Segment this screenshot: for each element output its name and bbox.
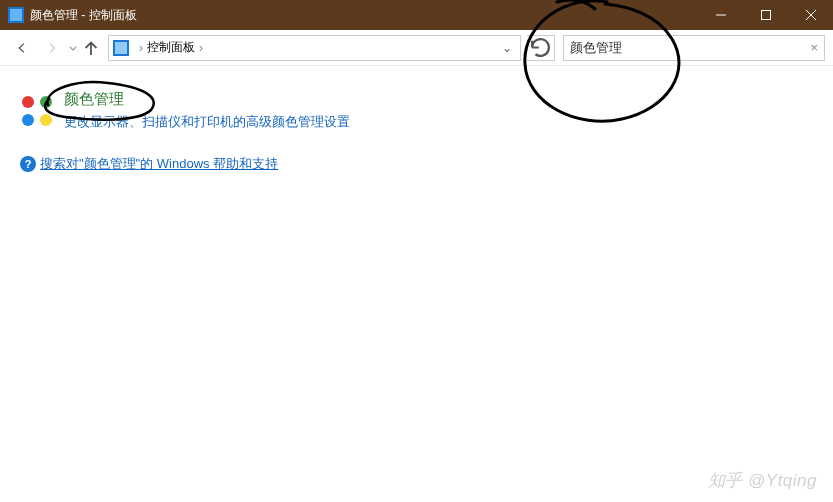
- forward-button[interactable]: [38, 34, 66, 62]
- result-item: 颜色管理 更改显示器、扫描仪和打印机的高级颜色管理设置: [20, 90, 813, 131]
- navigation-bar: › 控制面板 › ⌄ 颜色管理 ×: [0, 30, 833, 66]
- result-title-link[interactable]: 颜色管理: [64, 90, 350, 109]
- search-input[interactable]: 颜色管理: [570, 39, 810, 57]
- close-button[interactable]: [788, 0, 833, 30]
- history-dropdown-icon[interactable]: [68, 34, 78, 62]
- maximize-button[interactable]: [743, 0, 788, 30]
- window-title: 颜色管理 - 控制面板: [30, 7, 137, 24]
- address-bar[interactable]: › 控制面板 › ⌄: [108, 35, 521, 61]
- search-box[interactable]: 颜色管理 ×: [563, 35, 825, 61]
- help-row: ? 搜索对"颜色管理"的 Windows 帮助和支持: [20, 155, 813, 173]
- help-icon: ?: [20, 156, 36, 172]
- title-bar: 颜色管理 - 控制面板: [0, 0, 833, 30]
- svg-rect-0: [761, 11, 770, 20]
- content-area: 颜色管理 更改显示器、扫描仪和打印机的高级颜色管理设置 ? 搜索对"颜色管理"的…: [0, 66, 833, 197]
- breadcrumb-sep: ›: [199, 41, 203, 55]
- clear-search-icon[interactable]: ×: [810, 40, 818, 55]
- watermark: 知乎 @Ytqing: [708, 469, 817, 492]
- up-button[interactable]: [80, 34, 102, 62]
- result-description-link[interactable]: 更改显示器、扫描仪和打印机的高级颜色管理设置: [64, 113, 350, 131]
- refresh-button[interactable]: [527, 35, 555, 61]
- breadcrumb-sep: ›: [139, 41, 143, 55]
- color-management-icon: [20, 94, 54, 128]
- minimize-button[interactable]: [698, 0, 743, 30]
- address-dropdown-icon[interactable]: ⌄: [498, 41, 516, 55]
- help-link[interactable]: 搜索对"颜色管理"的 Windows 帮助和支持: [40, 155, 278, 173]
- control-panel-icon: [113, 40, 129, 56]
- breadcrumb-location[interactable]: 控制面板: [147, 39, 195, 56]
- app-icon: [8, 7, 24, 23]
- back-button[interactable]: [8, 34, 36, 62]
